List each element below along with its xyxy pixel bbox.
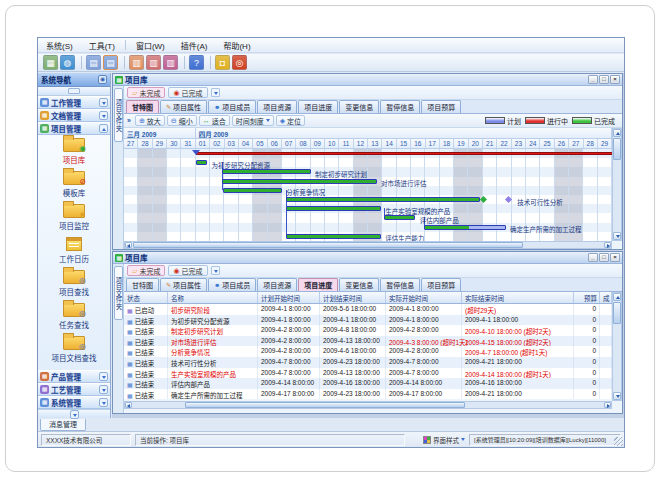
tab-项目进度[interactable]: 项目进度: [298, 278, 338, 291]
gantt-vertical-scrollbar[interactable]: [612, 128, 622, 241]
gantt-button-定位[interactable]: ◈定位: [276, 115, 305, 126]
day-cell[interactable]: 30: [167, 139, 181, 148]
day-cell[interactable]: 15: [397, 139, 411, 148]
sidebar-group-top-1[interactable]: ▦文档管理: [38, 109, 110, 122]
tab-变更信息[interactable]: 变更信息: [339, 278, 379, 291]
table-vertical-scrollbar[interactable]: [612, 292, 622, 401]
sidebar-scroll-up[interactable]: [38, 87, 110, 96]
sidebar-group-bottom-1[interactable]: ▦工艺管理: [38, 383, 110, 396]
scroll-left-icon[interactable]: [125, 402, 132, 408]
day-cell[interactable]: 29: [153, 139, 167, 148]
column-header-计划结束时间[interactable]: 计划结束时间: [320, 292, 386, 303]
chevron-up-icon[interactable]: [99, 124, 108, 133]
scroll-thumb[interactable]: [185, 402, 465, 408]
menu-item-0[interactable]: 系统(S): [38, 39, 81, 52]
day-cell[interactable]: 05: [253, 139, 267, 148]
gantt-task-bar[interactable]: [222, 179, 377, 184]
day-cell[interactable]: 22: [497, 139, 511, 148]
chevron-down-icon[interactable]: [99, 111, 108, 120]
chevron-down-icon[interactable]: [99, 372, 108, 381]
tab-项目预算[interactable]: 项目预算: [421, 278, 461, 291]
resize-grip[interactable]: [614, 437, 623, 446]
day-cell[interactable]: 19: [454, 139, 468, 148]
tab-项目预算[interactable]: 项目预算: [421, 100, 461, 113]
close-button[interactable]: ×: [610, 75, 620, 84]
menu-item-1[interactable]: 工具(T): [81, 39, 123, 52]
day-cell[interactable]: 25: [540, 139, 554, 148]
globe-icon[interactable]: ◍: [60, 55, 75, 70]
day-cell[interactable]: 24: [526, 139, 540, 148]
gantt-task-bar[interactable]: [384, 215, 416, 220]
tab-project-folder[interactable]: 项目文件夹: [114, 88, 123, 142]
column-header-名称[interactable]: 名称: [168, 292, 258, 303]
ui-style-selector[interactable]: 界面样式: [423, 435, 465, 445]
table-row[interactable]: ▦已结束确定生产所需的加工过程2009-4-17 8:00:002009-4-2…: [124, 389, 612, 400]
filter-已完成[interactable]: ◉已完成: [168, 265, 207, 276]
table-row[interactable]: ▦已结束生产实验室规模的产品2009-4-7 8:00:002009-4-13 …: [124, 368, 612, 379]
sidebar-item-项目文档查找[interactable]: ◎项目文档查找: [38, 333, 110, 366]
sidebar-group-bottom-2[interactable]: ▦系统管理: [38, 396, 110, 409]
table-row[interactable]: ▦已结束为初步研究分配资源2009-4-1 8:00:002009-4-1 18…: [124, 315, 612, 326]
sidebar-item-项目库[interactable]: ◉项目库: [38, 135, 110, 168]
day-cell[interactable]: 14: [382, 139, 396, 148]
filter-未完成[interactable]: ▱未完成: [127, 87, 165, 98]
report-icon[interactable]: ▥: [129, 55, 144, 70]
table-row[interactable]: ▦已结束分析竞争情况2009-4-2 8:00:002009-4-6 18:00…: [124, 346, 612, 357]
gantt-task-bar[interactable]: [196, 160, 207, 165]
tab-message-management[interactable]: 消息管理: [40, 419, 86, 431]
pin-icon[interactable]: ◉: [98, 75, 107, 84]
table-horizontal-scrollbar[interactable]: [124, 401, 612, 409]
panel-title-bar[interactable]: ▦项目库_□×: [113, 252, 622, 264]
scroll-up-icon[interactable]: [613, 129, 621, 137]
day-cell[interactable]: 11: [339, 139, 353, 148]
tab-甘特图[interactable]: 甘特图: [126, 100, 159, 113]
folder-icon[interactable]: ▤: [86, 55, 101, 70]
tab-项目资源[interactable]: 项目资源: [257, 278, 297, 291]
menu-item-4[interactable]: 帮助(H): [215, 39, 258, 52]
day-cell[interactable]: 12: [354, 139, 368, 148]
scroll-thumb[interactable]: [613, 138, 621, 160]
column-header-成[interactable]: 成: [600, 292, 612, 303]
day-cell[interactable]: 04: [239, 139, 253, 148]
tab-暂停信息[interactable]: 暂停信息: [380, 278, 420, 291]
scroll-thumb[interactable]: [613, 302, 621, 324]
column-header-预算[interactable]: 预算: [574, 292, 600, 303]
day-cell[interactable]: 29: [598, 139, 612, 148]
chevron-down-icon[interactable]: [99, 98, 108, 107]
gantt-task-bar[interactable]: [424, 225, 506, 230]
help-icon[interactable]: ?: [189, 55, 204, 70]
more-filters-dropdown[interactable]: [211, 266, 220, 275]
day-cell[interactable]: 09: [311, 139, 325, 148]
chevron-down-icon[interactable]: [99, 398, 108, 407]
day-cell[interactable]: 17: [426, 139, 440, 148]
gantt-task-bar[interactable]: [222, 169, 311, 174]
day-cell[interactable]: 27: [569, 139, 583, 148]
sidebar-collapse[interactable]: [38, 409, 110, 418]
minimize-button[interactable]: _: [588, 75, 598, 84]
gantt-task-bar[interactable]: [286, 234, 381, 239]
scroll-thumb[interactable]: [133, 242, 523, 248]
gantt-task-bar[interactable]: [223, 188, 282, 193]
scroll-right-icon[interactable]: [604, 242, 611, 248]
day-cell[interactable]: 20: [469, 139, 483, 148]
column-header-状态[interactable]: 状态: [124, 292, 168, 303]
day-cell[interactable]: 02: [210, 139, 224, 148]
panel-title-bar[interactable]: ▦项目库_□×: [113, 74, 622, 86]
maximize-button[interactable]: □: [599, 75, 609, 84]
sidebar-item-工作日历[interactable]: 工作日历: [38, 234, 110, 267]
tab-项目成员[interactable]: ☻项目成员: [208, 278, 256, 291]
day-cell[interactable]: 07: [282, 139, 296, 148]
sidebar-item-项目查找[interactable]: ◎项目查找: [38, 267, 110, 300]
day-cell[interactable]: 21: [483, 139, 497, 148]
menu-item-3[interactable]: 插件(A): [173, 39, 216, 52]
gantt-button-放大[interactable]: ⊕放大: [135, 115, 165, 126]
exit-icon[interactable]: ◎: [232, 55, 247, 70]
scroll-down-icon[interactable]: [613, 232, 621, 240]
scroll-left-icon[interactable]: [125, 242, 132, 248]
day-cell[interactable]: 28: [138, 139, 152, 148]
tab-暂停信息[interactable]: 暂停信息: [380, 100, 420, 113]
column-header-实际开始时间[interactable]: 实际开始时间: [386, 292, 462, 303]
close-button[interactable]: ×: [610, 253, 620, 262]
tab-项目资源[interactable]: 项目资源: [257, 100, 297, 113]
gantt-task-bar[interactable]: [286, 206, 381, 211]
